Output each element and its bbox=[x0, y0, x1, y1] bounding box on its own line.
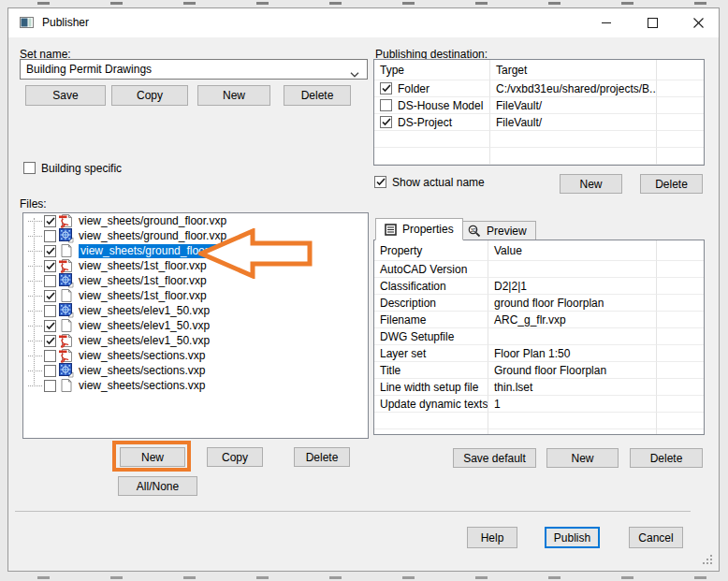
files-all-none-button[interactable]: All/None bbox=[118, 476, 197, 496]
list-item[interactable]: view_sheets/ground_floor.vxp bbox=[23, 213, 368, 228]
property-value[interactable]: ARC_g_flr.vxp bbox=[488, 312, 657, 328]
tree-connector bbox=[28, 356, 42, 356]
file-checkbox[interactable] bbox=[44, 320, 56, 332]
destination-table[interactable]: Type Target FolderC:/vxbd31eu/shared/pro… bbox=[373, 59, 705, 166]
list-item[interactable]: view_sheets/sections.vxp bbox=[23, 378, 368, 393]
properties-new-button[interactable]: New bbox=[546, 448, 619, 468]
show-actual-name-label: Show actual name bbox=[392, 176, 485, 189]
list-item[interactable]: view_sheets/elev1_50.vxp bbox=[23, 303, 368, 318]
file-checkbox[interactable] bbox=[44, 245, 56, 257]
list-item[interactable]: view_sheets/sections.vxp bbox=[23, 363, 368, 378]
save-default-button[interactable]: Save default bbox=[453, 448, 536, 468]
properties-delete-button[interactable]: Delete bbox=[630, 448, 703, 468]
set-new-button[interactable]: New bbox=[197, 85, 270, 106]
building-specific-checkbox[interactable] bbox=[23, 162, 36, 174]
file-checkbox[interactable] bbox=[44, 350, 56, 362]
show-actual-name-checkbox[interactable] bbox=[374, 176, 386, 188]
list-item[interactable]: view_sheets/elev1_50.vxp bbox=[23, 318, 368, 333]
file-name: view_sheets/sections.vxp bbox=[79, 379, 205, 393]
properties-table[interactable]: Property Value AutoCAD VersionClassifica… bbox=[373, 240, 705, 435]
close-icon bbox=[693, 18, 704, 28]
tree-connector bbox=[28, 236, 42, 237]
property-row: DWG Setupfile bbox=[374, 328, 704, 345]
tab-properties-label: Properties bbox=[402, 223, 454, 236]
file-name: view_sheets/1st_floor.vxp bbox=[79, 259, 207, 273]
destination-target: FileVault/ bbox=[490, 97, 657, 114]
doc-file-icon bbox=[59, 318, 74, 333]
property-value[interactable]: Ground floor Floorplan bbox=[488, 362, 657, 379]
destination-row[interactable]: DS-ProjectFileVault/ bbox=[374, 114, 704, 131]
minimize-icon bbox=[602, 22, 611, 23]
file-name: view_sheets/sections.vxp bbox=[79, 364, 205, 378]
tree-connector bbox=[28, 296, 42, 297]
file-checkbox[interactable] bbox=[44, 365, 56, 377]
destination-row[interactable]: FolderC:/vxbd31eu/shared/projects/B... bbox=[374, 80, 704, 97]
doc-file-icon bbox=[59, 288, 74, 303]
maximize-button[interactable] bbox=[632, 8, 673, 36]
set-copy-button[interactable]: Copy bbox=[111, 85, 188, 106]
file-checkbox[interactable] bbox=[44, 230, 56, 242]
chevron-down-icon bbox=[350, 67, 359, 80]
property-value[interactable]: thin.lset bbox=[488, 379, 657, 396]
list-item[interactable]: view_sheets/1st_floor.vxp bbox=[23, 288, 368, 303]
property-row: TitleGround floor Floorplan bbox=[374, 362, 704, 379]
property-row: AutoCAD Version bbox=[374, 261, 704, 278]
destination-type-cell: DS-House Model bbox=[374, 97, 490, 114]
destination-checkbox[interactable] bbox=[380, 82, 392, 94]
cancel-button[interactable]: Cancel bbox=[629, 527, 683, 548]
destination-new-button[interactable]: New bbox=[560, 174, 622, 194]
property-row bbox=[374, 429, 704, 435]
property-value[interactable] bbox=[488, 328, 657, 345]
tree-connector bbox=[28, 326, 42, 327]
list-item[interactable]: view_sheets/ground_floor.vxp bbox=[23, 243, 368, 258]
destination-row[interactable]: DS-House ModelFileVault/ bbox=[374, 97, 704, 114]
destination-checkbox[interactable] bbox=[380, 99, 392, 111]
resize-grip[interactable] bbox=[703, 555, 712, 564]
publish-button[interactable]: Publish bbox=[545, 527, 600, 548]
set-name-combobox[interactable]: Building Permit Drawings bbox=[20, 59, 368, 80]
file-name: view_sheets/1st_floor.vxp bbox=[79, 274, 207, 288]
property-value[interactable]: ground floor Floorplan bbox=[488, 295, 657, 312]
files-delete-button[interactable]: Delete bbox=[294, 447, 350, 467]
property-value[interactable]: D2|2|1 bbox=[488, 278, 657, 295]
file-checkbox[interactable] bbox=[44, 215, 56, 227]
property-name: AutoCAD Version bbox=[374, 261, 488, 278]
file-checkbox[interactable] bbox=[44, 305, 56, 317]
destination-checkbox[interactable] bbox=[380, 116, 392, 128]
list-item[interactable]: view_sheets/1st_floor.vxp bbox=[23, 258, 368, 273]
list-item[interactable]: view_sheets/ground_floor.vxp bbox=[23, 228, 368, 243]
file-checkbox[interactable] bbox=[44, 275, 56, 287]
arrow-annotation bbox=[198, 228, 313, 279]
tab-preview[interactable]: 3D Preview bbox=[459, 221, 536, 240]
property-value[interactable] bbox=[488, 261, 657, 278]
list-item[interactable]: view_sheets/1st_floor.vxp bbox=[23, 273, 368, 288]
file-checkbox[interactable] bbox=[44, 290, 56, 302]
maximize-icon bbox=[648, 18, 658, 28]
property-row bbox=[374, 413, 704, 429]
tab-properties[interactable]: Properties bbox=[375, 218, 463, 240]
help-button[interactable]: Help bbox=[467, 527, 517, 548]
set-save-button[interactable]: Save bbox=[25, 85, 106, 106]
list-item[interactable]: view_sheets/elev1_50.vxp bbox=[23, 333, 368, 348]
set-delete-button[interactable]: Delete bbox=[284, 85, 351, 106]
property-value[interactable]: Floor Plan 1:50 bbox=[488, 345, 657, 362]
doc-file-icon bbox=[59, 378, 74, 393]
property-name: Line width setup file bbox=[374, 379, 488, 396]
list-item[interactable]: view_sheets/sections.vxp bbox=[23, 348, 368, 363]
pdf-file-icon bbox=[59, 348, 74, 363]
destination-delete-button[interactable]: Delete bbox=[640, 174, 703, 194]
close-button[interactable] bbox=[677, 8, 719, 36]
background-artifact bbox=[37, 576, 709, 579]
minimize-button[interactable] bbox=[586, 8, 627, 36]
file-checkbox[interactable] bbox=[44, 380, 56, 392]
files-copy-button[interactable]: Copy bbox=[207, 447, 263, 467]
background-artifact bbox=[37, 2, 709, 5]
file-checkbox[interactable] bbox=[44, 260, 56, 272]
window-title: Publisher bbox=[42, 16, 89, 29]
properties-col-value: Value bbox=[488, 240, 657, 261]
files-list[interactable]: view_sheets/ground_floor.vxpview_sheets/… bbox=[22, 212, 369, 439]
destination-rows: FolderC:/vxbd31eu/shared/projects/B...DS… bbox=[374, 80, 704, 165]
file-checkbox[interactable] bbox=[44, 335, 56, 347]
publisher-app-icon bbox=[20, 15, 35, 30]
property-value[interactable]: 1 bbox=[488, 396, 657, 413]
